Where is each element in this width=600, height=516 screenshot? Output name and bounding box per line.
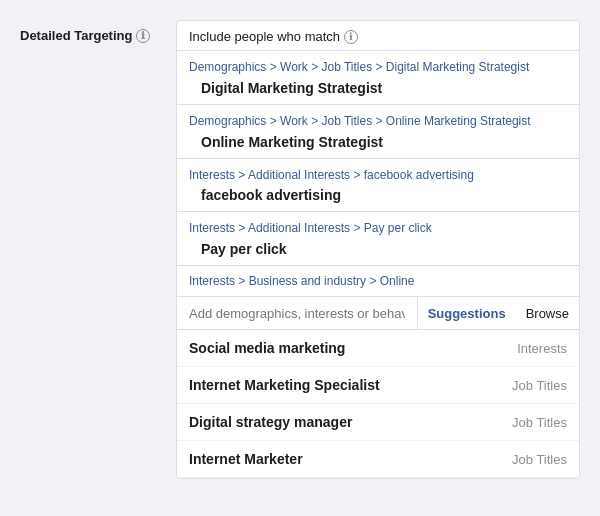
suggestion-type-1: Job Titles [512, 378, 567, 393]
breadcrumb-3: Interests > Additional Interests > Pay p… [189, 220, 567, 237]
suggestion-item-3[interactable]: Internet Marketer Job Titles [177, 441, 579, 478]
suggestion-item-1[interactable]: Internet Marketing Specialist Job Titles [177, 367, 579, 404]
partial-breadcrumb-row: Interests > Business and industry > Onli… [177, 266, 579, 297]
suggestion-item-2[interactable]: Digital strategy manager Job Titles [177, 404, 579, 441]
suggestion-type-2: Job Titles [512, 415, 567, 430]
suggestion-item-0[interactable]: Social media marketing Interests [177, 330, 579, 367]
item-name-0: Digital Marketing Strategist [189, 80, 567, 96]
targeting-item-2: Interests > Additional Interests > faceb… [177, 159, 579, 213]
targeting-item-0: Demographics > Work > Job Titles > Digit… [177, 51, 579, 105]
targeting-item-1: Demographics > Work > Job Titles > Onlin… [177, 105, 579, 159]
item-name-2: facebook advertising [189, 187, 567, 203]
item-name-3: Pay per click [189, 241, 567, 257]
include-info-icon[interactable]: ℹ [344, 30, 358, 44]
targeting-item-3: Interests > Additional Interests > Pay p… [177, 212, 579, 266]
left-label-section: Detailed Targeting ℹ [20, 20, 160, 479]
breadcrumb-2: Interests > Additional Interests > faceb… [189, 167, 567, 184]
suggestion-name-1: Internet Marketing Specialist [189, 377, 380, 393]
search-row: Suggestions Browse [177, 297, 579, 330]
partial-breadcrumb-text: Interests > Business and industry > Onli… [189, 274, 567, 288]
search-input[interactable] [177, 298, 417, 329]
include-header: Include people who match ℹ [177, 21, 579, 51]
include-label: Include people who match [189, 29, 340, 44]
suggestion-name-0: Social media marketing [189, 340, 345, 356]
tab-browse[interactable]: Browse [516, 298, 579, 329]
detailed-targeting-info-icon[interactable]: ℹ [136, 29, 150, 43]
item-name-1: Online Marketing Strategist [189, 134, 567, 150]
breadcrumb-1: Demographics > Work > Job Titles > Onlin… [189, 113, 567, 130]
tab-suggestions[interactable]: Suggestions [418, 298, 516, 329]
breadcrumb-0: Demographics > Work > Job Titles > Digit… [189, 59, 567, 76]
suggestion-name-3: Internet Marketer [189, 451, 303, 467]
detailed-targeting-label: Detailed Targeting [20, 28, 132, 43]
suggestion-type-0: Interests [517, 341, 567, 356]
suggestion-type-3: Job Titles [512, 452, 567, 467]
right-panel: Include people who match ℹ Demographics … [176, 20, 580, 479]
suggestion-name-2: Digital strategy manager [189, 414, 352, 430]
main-container: Detailed Targeting ℹ Include people who … [20, 20, 580, 479]
detailed-targeting-title: Detailed Targeting ℹ [20, 28, 160, 43]
suggestions-list: Social media marketing Interests Interne… [177, 330, 579, 478]
